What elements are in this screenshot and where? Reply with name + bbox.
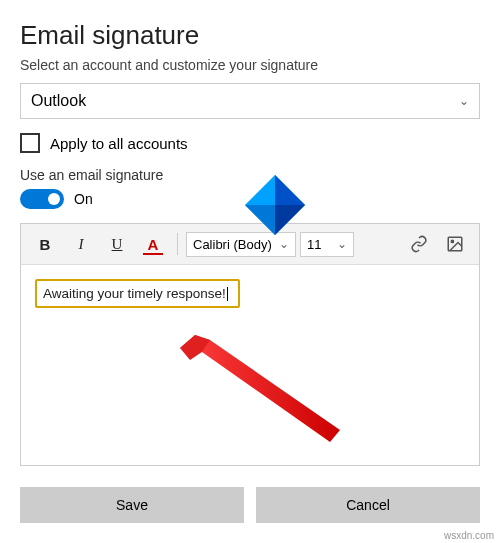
signature-editor: B I U A Calibri (Body) ⌄ 11 ⌄ Awaiting y…: [20, 223, 480, 466]
chevron-down-icon: ⌄: [337, 237, 347, 251]
cancel-button[interactable]: Cancel: [256, 487, 480, 523]
font-color-button[interactable]: A: [137, 230, 169, 258]
bold-button[interactable]: B: [29, 230, 61, 258]
watermark-text: wsxdn.com: [444, 530, 494, 541]
editor-textarea[interactable]: Awaiting your timely response!: [21, 265, 479, 465]
text-cursor: [227, 287, 228, 301]
svg-point-5: [451, 240, 453, 242]
svg-marker-2: [275, 205, 305, 235]
svg-marker-3: [245, 205, 275, 235]
toggle-state-label: On: [74, 191, 93, 207]
link-icon[interactable]: [403, 230, 435, 258]
account-select[interactable]: Outlook ⌄: [20, 83, 480, 119]
apply-all-label: Apply to all accounts: [50, 135, 188, 152]
font-family-value: Calibri (Body): [193, 237, 272, 252]
toolbar-divider: [177, 233, 178, 255]
apply-all-checkbox[interactable]: [20, 133, 40, 153]
svg-marker-1: [275, 175, 305, 205]
font-family-select[interactable]: Calibri (Body) ⌄: [186, 232, 296, 257]
font-size-value: 11: [307, 237, 321, 252]
save-button[interactable]: Save: [20, 487, 244, 523]
account-select-value: Outlook: [31, 92, 86, 110]
underline-button[interactable]: U: [101, 230, 133, 258]
chevron-down-icon: ⌄: [279, 237, 289, 251]
font-size-select[interactable]: 11 ⌄: [300, 232, 354, 257]
chevron-down-icon: ⌄: [459, 94, 469, 108]
italic-button[interactable]: I: [65, 230, 97, 258]
signature-text: Awaiting your timely response!: [43, 286, 226, 301]
signature-text-highlight: Awaiting your timely response!: [35, 279, 240, 308]
signature-toggle[interactable]: [20, 189, 64, 209]
image-icon[interactable]: [439, 230, 471, 258]
windows-logo-icon: [245, 175, 305, 235]
page-title: Email signature: [20, 20, 480, 51]
subtitle-text: Select an account and customize your sig…: [20, 57, 480, 73]
